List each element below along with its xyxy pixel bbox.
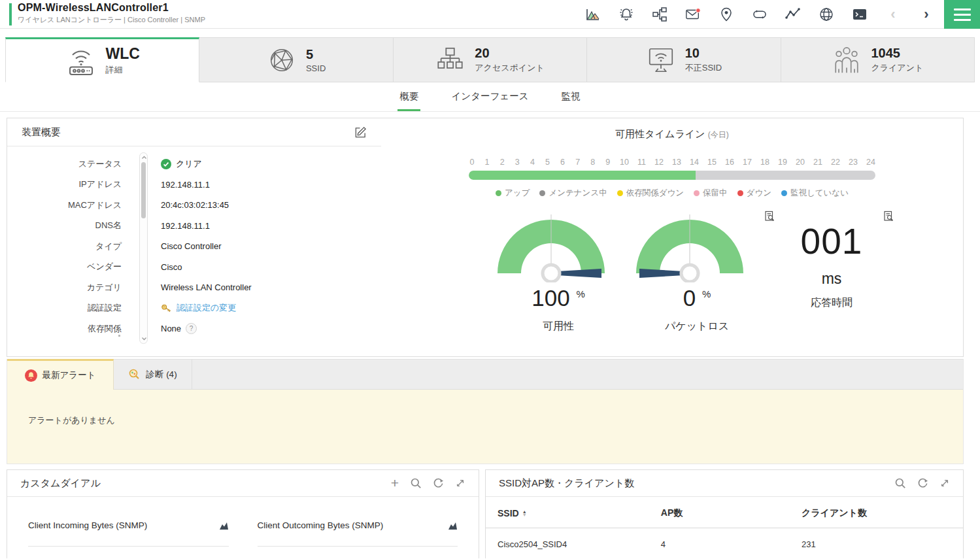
legend-dot-unmonitored (781, 190, 787, 196)
chevron-right-icon[interactable]: › (919, 7, 934, 22)
summary-tab-value: 20 (475, 46, 544, 61)
alerts-panel: 最新アラート 診断 (4) アラートがありません (7, 359, 964, 464)
scroll-cutoff-hint (118, 335, 120, 337)
line-graph-icon[interactable] (785, 7, 801, 22)
dial-client-incoming-bytes[interactable]: Client Incoming Bytes (SNMP) (28, 520, 229, 547)
change-credentials-link[interactable]: 認証設定の変更 (177, 302, 236, 314)
search-icon[interactable] (410, 477, 422, 489)
col-ap-header[interactable]: AP数 (661, 507, 802, 519)
field-dependency: 依存関係 None ? (7, 318, 381, 339)
packet-loss-label: パケットロス (628, 320, 766, 333)
tab-latest-alerts[interactable]: 最新アラート (7, 359, 114, 390)
search-icon[interactable] (894, 477, 906, 489)
expand-icon[interactable] (455, 478, 465, 488)
nav-tabs: 概要 インターフェース 監視 (0, 83, 980, 112)
custom-dials-panel: カスタムダイアル + Client Incoming Bytes (SNMP) … (7, 469, 479, 558)
device-summary-title: 装置概要 (22, 126, 61, 139)
col-ssid-header[interactable]: SSID (498, 508, 519, 518)
summary-tab-value: 10 (685, 46, 722, 61)
category-value: Wireless LAN Controller (161, 282, 252, 292)
scrollbar-thumb[interactable] (141, 162, 146, 218)
summary-tab-wlc[interactable]: WLC 詳細 (5, 37, 199, 82)
dns-value: 192.148.11.1 (161, 221, 210, 231)
cell-client-count: 231 (802, 539, 951, 549)
overview-panel: 装置概要 ステータス クリア IPアドレス 192.148.11.1 MACアド… (7, 118, 964, 357)
field-credentials: 認証設定 認証設定の変更 (7, 298, 381, 319)
ssid-sphere-icon (267, 45, 297, 75)
chevron-left-icon[interactable]: ‹ (885, 7, 901, 22)
summary-tab-value: 1045 (871, 46, 923, 61)
diagnostics-magnifier-icon (128, 368, 141, 381)
workflow-icon[interactable] (652, 7, 667, 22)
mac-value: 20:4c:03:02:13:45 (161, 200, 229, 210)
summary-tab-label: 不正SSID (685, 62, 722, 74)
help-icon[interactable]: ? (186, 323, 197, 334)
tab-monitoring[interactable]: 監視 (560, 83, 583, 111)
alert-bell-badge-icon (25, 369, 37, 382)
top-bar: OPM-WirelessLANController1 ワイヤレス LANコントロ… (0, 0, 980, 29)
custom-dials-title: カスタムダイアル (20, 477, 101, 490)
device-summary-section: 装置概要 ステータス クリア IPアドレス 192.148.11.1 MACアド… (7, 118, 381, 356)
mini-chart-icon (219, 521, 229, 530)
summary-tab-rogue-ssid[interactable]: 10 不正SSID (587, 37, 781, 82)
tab-diagnostics[interactable]: 診断 (4) (114, 359, 192, 390)
cell-ssid: Cisco2504_SSID4 (498, 539, 661, 549)
legend-dot-maintenance (539, 190, 545, 196)
availability-section: 可用性タイムライン (今日) 0123456789101112131415161… (381, 118, 963, 356)
page-title: OPM-WirelessLANController1 (18, 2, 205, 14)
summary-tab-label: 詳細 (106, 64, 140, 76)
link-loop-icon[interactable] (752, 7, 768, 22)
summary-tab-label: SSID (306, 63, 326, 73)
packet-loss-gauge: 0 % パケットロス (628, 213, 766, 333)
summary-tab-ssid[interactable]: 5 SSID (199, 37, 393, 82)
summary-tab-clients[interactable]: 1045 クライアント (781, 37, 975, 82)
response-time-unit: ms (766, 270, 897, 288)
timeline-legend: アップ メンテナンス中 依存関係ダウン 保留中 ダウン 監視していない (469, 188, 875, 199)
tab-overview[interactable]: 概要 (397, 83, 420, 111)
field-vendor: ベンダー Cisco (7, 257, 381, 278)
terminal-icon[interactable] (852, 7, 868, 22)
clients-group-icon (832, 45, 862, 75)
rogue-ssid-monitor-icon (646, 45, 676, 75)
summary-tabbar: WLC 詳細 5 SSID 20 アクセスポイント 10 不正SSID 1045… (5, 37, 975, 82)
legend-dot-pending (694, 190, 700, 196)
title-accent-bar (9, 3, 12, 25)
alarm-bell-icon[interactable] (618, 7, 634, 22)
globe-icon[interactable] (819, 7, 834, 22)
tab-interfaces[interactable]: インターフェース (449, 83, 530, 111)
device-summary-scrollbar[interactable] (139, 152, 148, 344)
key-icon (161, 303, 172, 313)
edit-icon[interactable] (354, 126, 367, 139)
status-clear-icon (161, 159, 171, 169)
col-clients-header[interactable]: クライアント数 (802, 507, 951, 519)
ssid-table-row[interactable]: Cisco2504_SSID4 4 231 (486, 528, 963, 559)
availability-label: 可用性 (489, 320, 628, 333)
summary-tab-value: WLC (106, 45, 140, 63)
dial-client-outcoming-bytes[interactable]: Client Outcoming Bytes (SNMP) (258, 520, 458, 547)
refresh-icon[interactable] (917, 478, 928, 489)
mini-chart-icon (448, 521, 458, 530)
refresh-icon[interactable] (433, 478, 444, 489)
summary-tab-label: クライアント (871, 62, 923, 74)
summary-tab-value: 5 (306, 47, 326, 62)
ssid-ap-clients-panel: SSID対AP数・クライアント数 SSID ▲▼ AP数 クライアント数 Cis… (485, 469, 964, 558)
add-dial-button[interactable]: + (391, 477, 399, 489)
sort-icon[interactable]: ▲▼ (522, 510, 527, 517)
expand-icon[interactable] (939, 478, 950, 488)
menu-hamburger-button[interactable] (944, 0, 980, 29)
response-time-label: 応答時間 (766, 296, 897, 310)
response-time-value: 001 (766, 224, 897, 260)
vendor-value: Cisco (161, 262, 182, 272)
report-icon[interactable] (883, 211, 894, 222)
legend-dot-down (737, 190, 743, 196)
performance-chart-icon[interactable] (585, 7, 601, 22)
legend-dot-up (496, 190, 501, 196)
availability-title: 可用性タイムライン (今日) (381, 128, 963, 141)
summary-tab-access-points[interactable]: 20 アクセスポイント (394, 37, 587, 82)
availability-timeline-bar[interactable] (469, 171, 875, 180)
wlc-router-icon (65, 45, 97, 76)
cell-ap-count: 4 (661, 539, 802, 549)
legend-dot-dependency-down (617, 190, 623, 196)
mail-icon[interactable] (685, 7, 701, 22)
location-pin-icon[interactable] (718, 7, 734, 22)
